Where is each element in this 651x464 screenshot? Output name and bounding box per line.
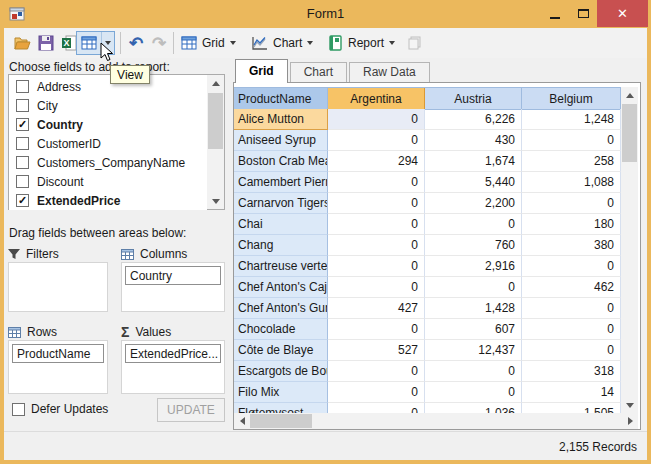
row-header[interactable]: Fløtemysost <box>234 403 328 413</box>
grid-cell[interactable]: 0 <box>425 382 522 403</box>
row-header[interactable]: Chai <box>234 214 328 235</box>
grid-cell[interactable]: 0 <box>328 193 425 214</box>
grid-cell[interactable]: 1,036 <box>425 403 522 413</box>
row-header[interactable]: Filo Mix <box>234 382 328 403</box>
grid-cell[interactable]: 760 <box>425 235 522 256</box>
row-header[interactable]: Carnarvon Tigers <box>234 193 328 214</box>
grid-cell[interactable]: 430 <box>425 130 522 151</box>
grid-cell[interactable]: 0 <box>425 277 522 298</box>
report-menu-button[interactable]: Report <box>324 31 399 55</box>
columns-box[interactable]: Country <box>121 262 225 312</box>
grid-cell[interactable]: 0 <box>522 256 621 277</box>
grid-cell[interactable]: 12,437 <box>425 340 522 361</box>
values-box[interactable]: ExtendedPrice... <box>121 340 225 394</box>
grid-cell[interactable]: 0 <box>328 319 425 340</box>
grid-cell[interactable]: 0 <box>328 256 425 277</box>
row-header[interactable]: Boston Crab Meat <box>234 151 328 172</box>
redo-button[interactable]: ↷ <box>147 31 171 55</box>
grid-vertical-scrollbar[interactable] <box>621 87 638 413</box>
grid-cell[interactable]: 258 <box>522 151 621 172</box>
grid-cell[interactable]: 1,088 <box>522 172 621 193</box>
column-header-austria[interactable]: Austria <box>425 88 522 110</box>
scrollbar-thumb[interactable] <box>622 104 637 162</box>
grid-cell[interactable]: 462 <box>522 277 621 298</box>
row-header[interactable]: Alice Mutton <box>234 109 328 130</box>
maximize-button[interactable] <box>569 0 598 27</box>
tab-raw-data[interactable]: Raw Data <box>349 62 430 83</box>
grid-cell[interactable]: 14 <box>522 382 621 403</box>
grid-cell[interactable]: 0 <box>522 340 621 361</box>
column-header-productname[interactable]: ProductName <box>234 88 328 110</box>
close-button[interactable]: ✕ <box>597 0 648 27</box>
scroll-left-button[interactable] <box>234 413 250 429</box>
field-chip-extendedprice[interactable]: ExtendedPrice... <box>125 344 221 363</box>
scrollbar-thumb[interactable] <box>208 93 223 149</box>
grid-cell[interactable]: 427 <box>328 298 425 319</box>
grid-cell[interactable]: 0 <box>425 214 522 235</box>
scroll-up-button[interactable] <box>621 87 638 103</box>
row-header[interactable]: Chartreuse verte <box>234 256 328 277</box>
grid-cell[interactable]: 0 <box>328 277 425 298</box>
grid-cell[interactable]: 294 <box>328 151 425 172</box>
scroll-down-button[interactable] <box>207 193 224 209</box>
row-header[interactable]: Aniseed Syrup <box>234 130 328 151</box>
chart-menu-button[interactable]: Chart <box>247 31 317 55</box>
undo-button[interactable]: ↶ <box>124 31 148 55</box>
field-item-address[interactable]: Address <box>9 77 207 96</box>
grid-cell[interactable]: 0 <box>425 361 522 382</box>
grid-cell[interactable]: 1,428 <box>425 298 522 319</box>
tab-grid[interactable]: Grid <box>235 59 288 83</box>
grid-cell[interactable]: 0 <box>328 109 425 130</box>
grid-cell[interactable]: 5,440 <box>425 172 522 193</box>
grid-horizontal-scrollbar[interactable] <box>234 413 638 429</box>
grid-cell[interactable]: 0 <box>522 130 621 151</box>
field-item-country[interactable]: ✓ Country <box>9 115 207 134</box>
minimize-button[interactable] <box>540 0 569 27</box>
rows-box[interactable]: ProductName <box>8 340 108 394</box>
grid-cell[interactable]: 0 <box>328 382 425 403</box>
row-header[interactable]: Chang <box>234 235 328 256</box>
grid-cell[interactable]: 527 <box>328 340 425 361</box>
grid-cell[interactable]: 1,505 <box>522 403 621 413</box>
field-item-extendedprice[interactable]: ✓ ExtendedPrice <box>9 191 207 210</box>
grid-cell[interactable]: 6,226 <box>425 109 522 130</box>
grid-cell[interactable]: 607 <box>425 319 522 340</box>
row-header[interactable]: Escargots de Bour <box>234 361 328 382</box>
defer-updates-checkbox[interactable]: Defer Updates <box>12 402 108 416</box>
grid-cell[interactable]: 0 <box>328 235 425 256</box>
grid-cell[interactable]: 0 <box>328 130 425 151</box>
copy-pages-button[interactable] <box>402 31 426 55</box>
grid-cell[interactable]: 0 <box>522 319 621 340</box>
tab-chart[interactable]: Chart <box>290 62 347 83</box>
grid-menu-button[interactable]: Grid <box>177 31 240 55</box>
title-bar[interactable]: Form1 ✕ <box>0 0 651 28</box>
open-button[interactable] <box>10 31 34 55</box>
field-chip-country[interactable]: Country <box>125 266 221 285</box>
grid-cell[interactable]: 0 <box>522 298 621 319</box>
scroll-right-button[interactable] <box>622 413 638 429</box>
grid-cell[interactable]: 0 <box>328 361 425 382</box>
update-button[interactable]: UPDATE <box>157 398 225 422</box>
row-header[interactable]: Chef Anton's Gum <box>234 298 328 319</box>
grid-cell[interactable]: 0 <box>522 193 621 214</box>
grid-cell[interactable]: 2,200 <box>425 193 522 214</box>
save-button[interactable] <box>34 31 58 55</box>
grid-cell[interactable]: 0 <box>328 172 425 193</box>
scroll-down-button[interactable] <box>621 397 638 413</box>
field-list-scrollbar[interactable] <box>207 75 224 209</box>
row-header[interactable]: Chocolade <box>234 319 328 340</box>
row-header[interactable]: Côte de Blaye <box>234 340 328 361</box>
scroll-up-button[interactable] <box>207 75 224 91</box>
grid-cell[interactable]: 380 <box>522 235 621 256</box>
grid-cell[interactable]: 318 <box>522 361 621 382</box>
field-item-customers_companyname[interactable]: Customers_CompanyName <box>9 153 207 172</box>
filters-box[interactable] <box>8 262 108 312</box>
scrollbar-thumb[interactable] <box>250 414 312 428</box>
grid-cell[interactable]: 180 <box>522 214 621 235</box>
grid-cell[interactable]: 2,916 <box>425 256 522 277</box>
grid-cell[interactable]: 0 <box>328 214 425 235</box>
column-header-argentina[interactable]: Argentina <box>328 88 425 110</box>
grid-cell[interactable]: 1,674 <box>425 151 522 172</box>
row-header[interactable]: Camembert Pierro <box>234 172 328 193</box>
grid-cell[interactable]: 0 <box>328 403 425 413</box>
